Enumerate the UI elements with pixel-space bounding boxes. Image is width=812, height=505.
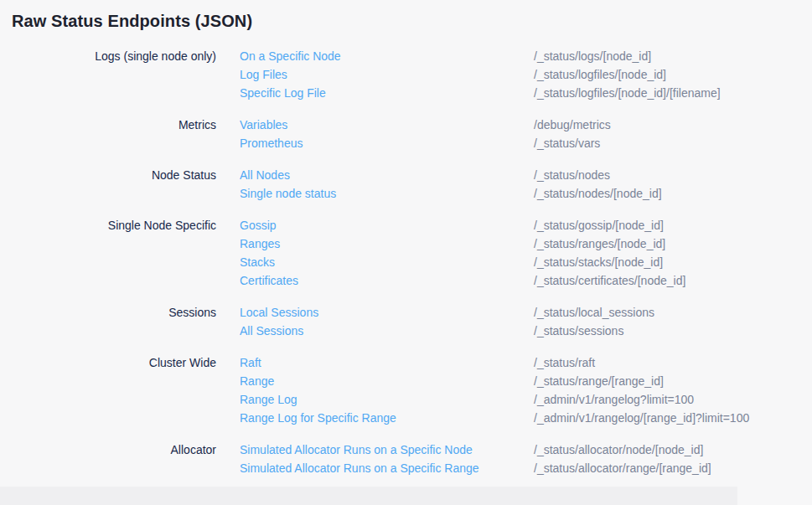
- endpoint-row: Local Sessions /_status/local_sessions: [240, 303, 812, 322]
- endpoint-path: /_admin/v1/rangelog?limit=100: [534, 390, 694, 409]
- endpoint-path: /_status/raft: [534, 353, 595, 372]
- endpoint-path: /debug/metrics: [534, 116, 611, 134]
- debug-page: Raw Status Endpoints (JSON) Logs (single…: [0, 0, 812, 505]
- endpoint-link[interactable]: Log Files: [240, 65, 534, 84]
- group-rows: Local Sessions /_status/local_sessions A…: [240, 303, 812, 340]
- endpoint-path: /_status/certificates/[node_id]: [534, 271, 685, 290]
- endpoint-row: All Nodes /_status/nodes: [240, 166, 812, 184]
- endpoint-group: Allocator Simulated Allocator Runs on a …: [0, 441, 812, 477]
- endpoint-group: Single Node Specific Gossip /_status/gos…: [0, 216, 812, 290]
- endpoint-link[interactable]: Raft: [240, 353, 534, 372]
- endpoint-path: /_status/allocator/node/[node_id]: [534, 441, 703, 459]
- group-category-label: Node Status: [0, 166, 216, 184]
- endpoint-link[interactable]: Stacks: [240, 253, 534, 271]
- endpoint-link[interactable]: On a Specific Node: [240, 47, 534, 65]
- endpoint-path: /_status/allocator/range/[range_id]: [534, 459, 711, 477]
- endpoint-link[interactable]: All Sessions: [240, 322, 534, 340]
- endpoint-group: Logs (single node only) On a Specific No…: [0, 47, 812, 102]
- group-category-label: Sessions: [0, 303, 216, 322]
- group-rows: On a Specific Node /_status/logs/[node_i…: [240, 47, 812, 102]
- endpoint-link[interactable]: Certificates: [240, 271, 534, 290]
- endpoint-row: Stacks /_status/stacks/[node_id]: [240, 253, 812, 271]
- endpoint-row: All Sessions /_status/sessions: [240, 322, 812, 340]
- group-rows: All Nodes /_status/nodes Single node sta…: [240, 166, 812, 203]
- endpoint-row: Simulated Allocator Runs on a Specific N…: [240, 441, 812, 459]
- endpoint-path: /_admin/v1/rangelog/[range_id]?limit=100: [534, 409, 749, 427]
- group-rows: Simulated Allocator Runs on a Specific N…: [240, 441, 812, 477]
- endpoint-group: Cluster Wide Raft /_status/raft Range /_…: [0, 353, 812, 427]
- endpoint-list: Logs (single node only) On a Specific No…: [0, 47, 812, 477]
- group-category-label: Allocator: [0, 441, 216, 459]
- endpoint-link[interactable]: Gossip: [240, 216, 534, 234]
- endpoint-path: /_status/logs/[node_id]: [534, 47, 651, 65]
- endpoint-row: Simulated Allocator Runs on a Specific R…: [240, 459, 812, 477]
- group-category-label: Logs (single node only): [0, 47, 216, 65]
- group-category-label: Cluster Wide: [0, 353, 216, 372]
- endpoint-row: Range Log for Specific Range /_admin/v1/…: [240, 409, 812, 427]
- group-rows: Gossip /_status/gossip/[node_id] Ranges …: [240, 216, 812, 290]
- endpoint-row: Range Log /_admin/v1/rangelog?limit=100: [240, 390, 812, 409]
- endpoint-path: /_status/logfiles/[node_id]: [534, 65, 666, 84]
- endpoint-link[interactable]: Range: [240, 372, 534, 390]
- endpoint-path: /_status/range/[range_id]: [534, 372, 664, 390]
- group-rows: Variables /debug/metrics Prometheus /_st…: [240, 116, 812, 152]
- endpoint-link[interactable]: Range Log: [240, 390, 534, 409]
- endpoint-link[interactable]: Local Sessions: [240, 303, 534, 322]
- endpoint-link[interactable]: Specific Log File: [240, 84, 534, 102]
- endpoint-path: /_status/gossip/[node_id]: [534, 216, 664, 234]
- endpoint-link[interactable]: Ranges: [240, 234, 534, 253]
- endpoint-row: Prometheus /_status/vars: [240, 134, 812, 152]
- endpoint-link[interactable]: Range Log for Specific Range: [240, 409, 534, 427]
- endpoint-row: On a Specific Node /_status/logs/[node_i…: [240, 47, 812, 65]
- endpoint-path: /_status/nodes/[node_id]: [534, 184, 662, 203]
- page-title: Raw Status Endpoints (JSON): [0, 0, 812, 31]
- endpoint-link[interactable]: Prometheus: [240, 134, 534, 152]
- endpoint-path: /_status/sessions: [534, 322, 623, 340]
- endpoint-row: Ranges /_status/ranges/[node_id]: [240, 234, 812, 253]
- endpoint-group: Node Status All Nodes /_status/nodes Sin…: [0, 166, 812, 203]
- group-category-label: Single Node Specific: [0, 216, 216, 234]
- footer-strip: [0, 487, 737, 505]
- endpoint-path: /_status/local_sessions: [534, 303, 654, 322]
- endpoint-link[interactable]: Variables: [240, 116, 534, 134]
- endpoint-row: Single node status /_status/nodes/[node_…: [240, 184, 812, 203]
- endpoint-row: Raft /_status/raft: [240, 353, 812, 372]
- endpoint-path: /_status/stacks/[node_id]: [534, 253, 663, 271]
- endpoint-link[interactable]: Simulated Allocator Runs on a Specific R…: [240, 459, 534, 477]
- endpoint-group: Metrics Variables /debug/metrics Prometh…: [0, 116, 812, 152]
- endpoint-link[interactable]: All Nodes: [240, 166, 534, 184]
- endpoint-row: Gossip /_status/gossip/[node_id]: [240, 216, 812, 234]
- endpoint-path: /_status/vars: [534, 134, 600, 152]
- endpoint-row: Variables /debug/metrics: [240, 116, 812, 134]
- endpoint-row: Range /_status/range/[range_id]: [240, 372, 812, 390]
- endpoint-link[interactable]: Simulated Allocator Runs on a Specific N…: [240, 441, 534, 459]
- endpoint-row: Certificates /_status/certificates/[node…: [240, 271, 812, 290]
- endpoint-row: Specific Log File /_status/logfiles/[nod…: [240, 84, 812, 102]
- endpoint-row: Log Files /_status/logfiles/[node_id]: [240, 65, 812, 84]
- endpoint-path: /_status/logfiles/[node_id]/[filename]: [534, 84, 721, 102]
- endpoint-link[interactable]: Single node status: [240, 184, 534, 203]
- endpoint-path: /_status/ranges/[node_id]: [534, 234, 665, 253]
- endpoint-path: /_status/nodes: [534, 166, 610, 184]
- group-category-label: Metrics: [0, 116, 216, 134]
- endpoint-group: Sessions Local Sessions /_status/local_s…: [0, 303, 812, 340]
- group-rows: Raft /_status/raft Range /_status/range/…: [240, 353, 812, 427]
